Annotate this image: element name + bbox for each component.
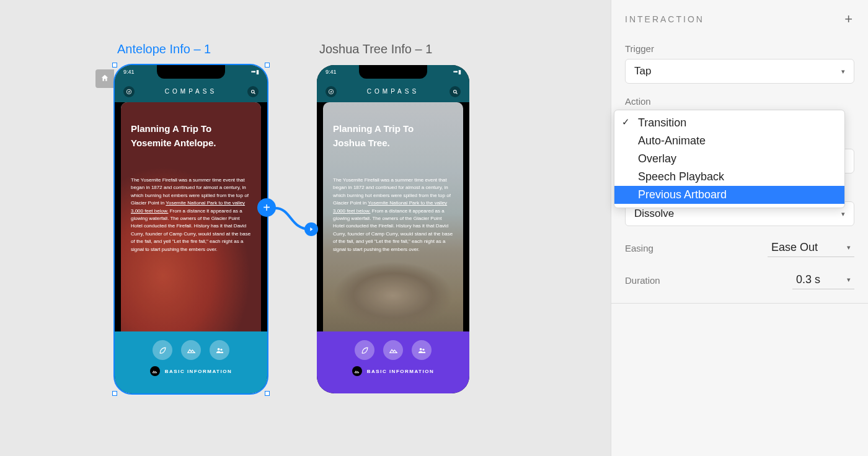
basic-info-row[interactable]: BASIC INFORMATION (150, 366, 232, 376)
bottom-bar: BASIC INFORMATION (115, 331, 267, 393)
chevron-down-icon: ▾ (841, 210, 845, 218)
search-icon[interactable] (247, 86, 259, 97)
phone-notch (157, 65, 225, 79)
action-option-speech-playback[interactable]: Speech Playback (614, 168, 844, 186)
artboard-label-2[interactable]: Joshua Tree Info – 1 (319, 42, 432, 56)
easing-dropdown[interactable]: Ease Out ▾ (768, 239, 854, 257)
hero-card: Planning A Trip To Yosemite Antelope. Th… (121, 102, 261, 350)
chevron-down-icon: ▾ (841, 68, 845, 76)
selection-handle[interactable] (265, 63, 270, 68)
section-title: INTERACTION (625, 14, 704, 24)
people-icon[interactable] (412, 340, 432, 360)
easing-label: Easing (625, 243, 653, 253)
status-icons: ••• ▮ (251, 69, 259, 79)
svg-point-7 (422, 348, 424, 350)
add-interaction-button[interactable]: + (844, 11, 854, 27)
leaf-icon[interactable] (153, 340, 172, 360)
app-title: COMPASS (165, 88, 217, 95)
hero-title: Planning A Trip To Yosemite Antelope. (131, 122, 249, 150)
action-option-transition[interactable]: Transition (614, 114, 844, 132)
inspector-panel: INTERACTION + Trigger Tap ▾ Action Trans… (611, 0, 868, 456)
compass-icon[interactable] (326, 86, 337, 97)
divider (611, 303, 868, 304)
mountain-icon[interactable] (383, 340, 403, 360)
artboard-1[interactable]: COMPASS 9:41 ••• ▮ Planning A Trip To Yo… (115, 65, 267, 393)
wire-arrow-head[interactable] (304, 222, 318, 236)
svg-point-3 (220, 348, 222, 350)
action-label: Action (625, 96, 854, 107)
status-icons: ••• ▮ (453, 69, 461, 79)
artboard-2[interactable]: COMPASS 9:41 ••• ▮ Planning A Trip To Jo… (317, 65, 469, 393)
action-option-previous-artboard[interactable]: Previous Artboard (614, 186, 844, 204)
mountain-icon[interactable] (181, 340, 201, 360)
hero-body: The Yosemite Firefall was a summer time … (333, 177, 453, 253)
duration-dropdown[interactable]: 0.3 s ▾ (792, 271, 854, 289)
svg-point-2 (217, 348, 219, 350)
home-artboard-tag[interactable] (95, 69, 114, 88)
app-title: COMPASS (367, 88, 419, 95)
bottom-bar: BASIC INFORMATION (317, 331, 469, 393)
wire-plus-handle[interactable]: + (257, 198, 276, 217)
selection-handle[interactable] (112, 63, 117, 68)
info-dot-icon (150, 366, 160, 376)
status-time: 9:41 (326, 69, 337, 79)
svg-point-6 (419, 348, 422, 350)
basic-info-row[interactable]: BASIC INFORMATION (352, 366, 434, 376)
artboard-label-1[interactable]: Antelope Info – 1 (117, 42, 211, 56)
home-icon (100, 74, 109, 84)
info-dot-icon (352, 366, 362, 376)
status-time: 9:41 (123, 69, 135, 79)
chevron-down-icon: ▾ (847, 276, 851, 284)
trigger-label: Trigger (625, 43, 854, 54)
people-icon[interactable] (210, 340, 229, 360)
action-option-overlay[interactable]: Overlay (614, 150, 844, 168)
duration-label: Duration (625, 275, 660, 286)
hero-title: Planning A Trip To Joshua Tree. (333, 122, 451, 150)
hero-card: Planning A Trip To Joshua Tree. The Yose… (323, 102, 463, 350)
leaf-icon[interactable] (355, 340, 374, 360)
phone-notch (359, 65, 427, 79)
action-option-auto-animate[interactable]: Auto-Animate (614, 132, 844, 150)
chevron-down-icon: ▾ (847, 243, 851, 252)
compass-icon[interactable] (123, 86, 135, 97)
action-dropdown-menu[interactable]: Transition Auto-Animate Overlay Speech P… (614, 110, 845, 208)
hero-body: The Yosemite Firefall was a summer time … (131, 177, 251, 253)
design-canvas[interactable]: Antelope Info – 1 COMPASS 9:41 ••• ▮ Pla… (0, 0, 611, 456)
selection-handle[interactable] (112, 391, 117, 396)
search-icon[interactable] (450, 86, 461, 97)
selection-handle[interactable] (265, 391, 270, 396)
trigger-dropdown[interactable]: Tap ▾ (625, 59, 854, 84)
